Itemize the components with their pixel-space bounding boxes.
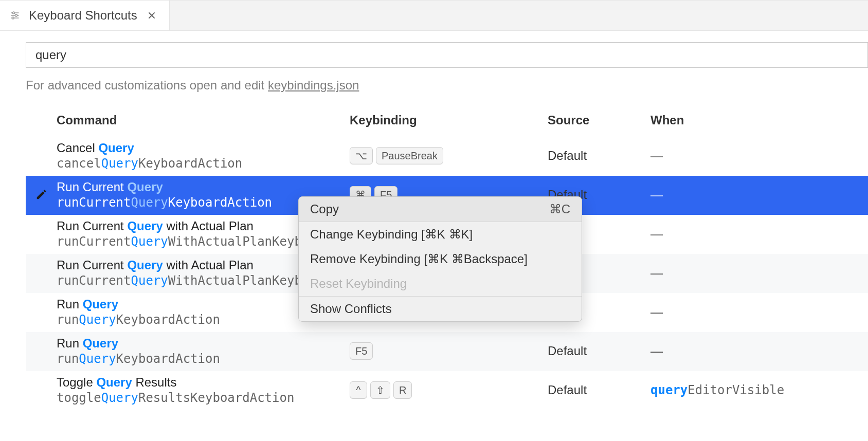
header-source[interactable]: Source — [548, 113, 650, 127]
key-cap: R — [393, 381, 412, 399]
keybindings-json-link[interactable]: keybindings.json — [268, 78, 359, 92]
key-cap: F5 — [350, 342, 373, 360]
svg-point-1 — [13, 12, 15, 14]
context-copy-shortcut: ⌘C — [549, 202, 570, 216]
table-row[interactable]: Toggle Query Results toggleQueryResultsK… — [26, 371, 868, 410]
close-icon[interactable] — [146, 9, 158, 22]
context-change-label: Change Keybinding [⌘K ⌘K] — [310, 227, 473, 242]
svg-point-5 — [12, 17, 14, 19]
row-gutter — [26, 189, 57, 200]
context-reset-keybinding: Reset Keybinding — [299, 271, 582, 296]
context-remove-keybinding[interactable]: Remove Keybinding [⌘K ⌘Backspace] — [299, 247, 582, 271]
key-cap: ^ — [350, 381, 367, 399]
pencil-icon[interactable] — [35, 189, 47, 200]
context-copy[interactable]: Copy ⌘C — [299, 197, 582, 222]
when-cell: — — [650, 188, 662, 201]
when-cell: — — [650, 266, 662, 280]
table-row[interactable]: Cancel Query cancelQueryKeyboardAction ⌥… — [26, 137, 868, 176]
context-remove-label: Remove Keybinding [⌘K ⌘Backspace] — [310, 252, 528, 266]
header-keybinding[interactable]: Keybinding — [350, 113, 548, 127]
context-show-conflicts-label: Show Conflicts — [310, 302, 392, 316]
source-cell: Default — [548, 149, 650, 163]
header-command[interactable]: Command — [57, 113, 350, 127]
key-cap: ⇧ — [370, 381, 390, 399]
source-cell: Default — [548, 344, 650, 358]
svg-point-3 — [15, 14, 17, 16]
key-cap: ⌥ — [350, 147, 373, 164]
key-cap: PauseBreak — [376, 147, 443, 164]
preferences-icon — [9, 10, 21, 21]
when-cell: — — [650, 149, 662, 162]
advanced-hint: For advanced customizations open and edi… — [26, 78, 868, 93]
when-cell: — — [650, 305, 662, 319]
header-when[interactable]: When — [650, 113, 868, 127]
context-copy-label: Copy — [310, 202, 339, 216]
hint-prefix: For advanced customizations open and edi… — [26, 78, 268, 92]
when-cell: — — [650, 227, 662, 241]
context-change-keybinding[interactable]: Change Keybinding [⌘K ⌘K] — [299, 222, 582, 247]
when-cell: — — [650, 344, 662, 358]
table-header: Command Keybinding Source When — [26, 113, 868, 137]
tab-keyboard-shortcuts[interactable]: Keyboard Shortcuts — [0, 1, 170, 30]
source-cell: Default — [548, 383, 650, 397]
context-show-conflicts[interactable]: Show Conflicts — [299, 297, 582, 321]
tab-title: Keyboard Shortcuts — [29, 8, 137, 23]
tabbar: Keyboard Shortcuts — [0, 0, 868, 31]
when-cell: queryEditorVisible — [650, 383, 784, 397]
search-input[interactable] — [26, 42, 868, 68]
context-reset-label: Reset Keybinding — [310, 277, 407, 291]
context-menu: Copy ⌘C Change Keybinding [⌘K ⌘K] Remove… — [298, 196, 582, 322]
table-row[interactable]: Run Query runQueryKeyboardAction F5 Defa… — [26, 332, 868, 371]
